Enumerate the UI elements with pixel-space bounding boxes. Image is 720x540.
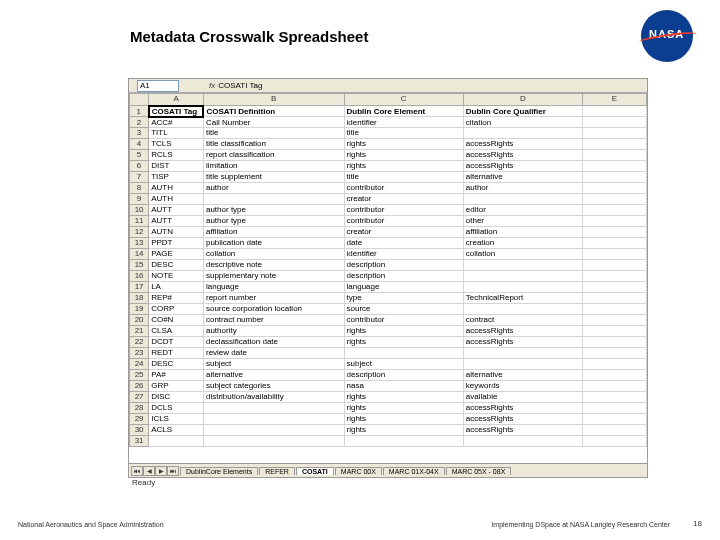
row-number[interactable]: 23 [130,348,149,359]
cell[interactable]: type [344,293,463,304]
cell[interactable]: language [203,282,344,293]
cell[interactable]: affiliation [203,227,344,238]
cell[interactable]: TechnicalReport [463,293,582,304]
cell[interactable] [583,348,647,359]
cell[interactable]: NOTE [149,271,204,282]
row-number[interactable]: 8 [130,183,149,194]
cell[interactable]: title supplement [203,172,344,183]
cell[interactable]: identifier [344,117,463,128]
row-number[interactable]: 15 [130,260,149,271]
cell[interactable] [583,282,647,293]
cell[interactable]: TITL [149,128,204,139]
cell[interactable] [463,260,582,271]
tab-nav-next-icon[interactable]: ▶ [155,466,167,476]
cell[interactable]: alternative [463,370,582,381]
cell[interactable]: rights [344,139,463,150]
cell[interactable]: alternative [463,172,582,183]
cell[interactable]: contributor [344,315,463,326]
cell[interactable]: accessRights [463,403,582,414]
cell[interactable]: Dublin Core Qualifier [463,106,582,117]
cell[interactable]: source [344,304,463,315]
cell[interactable]: PA# [149,370,204,381]
cell[interactable] [203,436,344,447]
cell[interactable] [583,216,647,227]
cell[interactable]: title [203,128,344,139]
cell[interactable]: supplementary note [203,271,344,282]
sheet-tab[interactable]: COSATI [296,467,334,475]
row-number[interactable]: 5 [130,150,149,161]
corner-cell[interactable] [130,94,149,106]
cell[interactable]: description [344,260,463,271]
cell[interactable]: rights [344,403,463,414]
cell[interactable]: alternative [203,370,344,381]
row-number[interactable]: 6 [130,161,149,172]
cell[interactable] [583,238,647,249]
cell[interactable]: TCLS [149,139,204,150]
cell[interactable]: creation [463,238,582,249]
row-number[interactable]: 7 [130,172,149,183]
cell[interactable] [583,205,647,216]
cell[interactable]: other [463,216,582,227]
row-number[interactable]: 2 [130,117,149,128]
cell[interactable]: identifier [344,249,463,260]
cell[interactable]: DESC [149,359,204,370]
formula-display[interactable]: COSATI Tag [218,81,262,90]
row-number[interactable]: 16 [130,271,149,282]
cell[interactable]: rights [344,392,463,403]
cell[interactable]: contract number [203,315,344,326]
cell[interactable]: DESC [149,260,204,271]
row-number[interactable]: 17 [130,282,149,293]
row-number[interactable]: 12 [130,227,149,238]
cell[interactable] [583,315,647,326]
cell[interactable]: contract [463,315,582,326]
cell[interactable]: contributor [344,205,463,216]
row-number[interactable]: 3 [130,128,149,139]
cell[interactable] [583,337,647,348]
cell[interactable]: rights [344,337,463,348]
cell[interactable]: collation [203,249,344,260]
cell[interactable]: limitation [203,161,344,172]
cell[interactable] [583,359,647,370]
cell[interactable]: nasa [344,381,463,392]
cell[interactable]: subject [203,359,344,370]
sheet-tab[interactable]: MARC 05X - 08X [446,467,512,475]
cell[interactable]: ACC# [149,117,204,128]
cell[interactable]: report number [203,293,344,304]
cell[interactable]: RCLS [149,150,204,161]
cell[interactable]: author [203,183,344,194]
cell[interactable]: TISP [149,172,204,183]
cell[interactable] [583,414,647,425]
cell[interactable]: accessRights [463,425,582,436]
cell[interactable]: GRP [149,381,204,392]
cell[interactable] [463,194,582,205]
cell[interactable]: description [344,271,463,282]
cell[interactable] [583,150,647,161]
row-number[interactable]: 10 [130,205,149,216]
row-number[interactable]: 31 [130,436,149,447]
cell[interactable]: accessRights [463,161,582,172]
cell[interactable]: Call Number [203,117,344,128]
cell[interactable]: available [463,392,582,403]
cell[interactable]: accessRights [463,139,582,150]
cell[interactable]: author type [203,216,344,227]
row-number[interactable]: 26 [130,381,149,392]
cell[interactable]: date [344,238,463,249]
cell[interactable]: AUTT [149,205,204,216]
sheet-tab[interactable]: REFER [259,467,295,475]
cell[interactable] [203,403,344,414]
cell[interactable] [583,227,647,238]
cell[interactable]: subject categories [203,381,344,392]
cell[interactable] [463,128,582,139]
cell[interactable]: language [344,282,463,293]
cell[interactable]: CO#N [149,315,204,326]
cell[interactable]: rights [344,425,463,436]
cell[interactable]: editor [463,205,582,216]
row-number[interactable]: 14 [130,249,149,260]
cell[interactable] [583,392,647,403]
cell[interactable]: authority [203,326,344,337]
row-number[interactable]: 24 [130,359,149,370]
cell[interactable]: accessRights [463,150,582,161]
cell[interactable]: affiliation [463,227,582,238]
cell[interactable]: DCLS [149,403,204,414]
cell[interactable]: contributor [344,216,463,227]
